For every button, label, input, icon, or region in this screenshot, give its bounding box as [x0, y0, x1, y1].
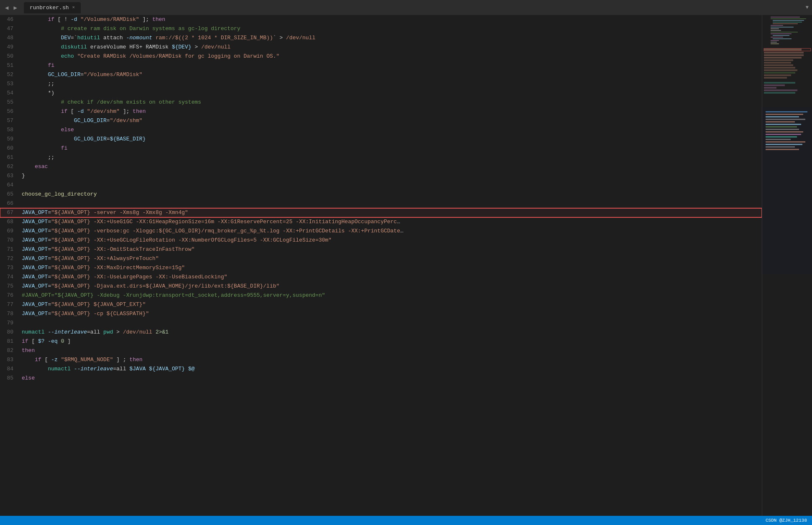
line-number: 73: [0, 263, 20, 273]
table-row: 76 #JAVA_OPT="${JAVA_OPT} -Xdebug -Xrunj…: [0, 291, 762, 300]
line-content: if [ ! -d "/Volumes/RAMDisk" ]; then: [20, 15, 762, 24]
table-row: 67 JAVA_OPT="${JAVA_OPT} -server -Xms8g …: [0, 208, 762, 217]
line-number: 51: [0, 61, 20, 70]
line-content: choose_gc_log_directory: [20, 190, 762, 199]
svg-rect-43: [766, 126, 797, 127]
line-number: 47: [0, 24, 20, 33]
line-number: 48: [0, 33, 20, 43]
svg-rect-30: [764, 77, 787, 79]
svg-rect-33: [764, 87, 776, 89]
line-number: 63: [0, 171, 20, 181]
line-number: 71: [0, 245, 20, 254]
title-bar: ◀ ▶ runbroker.sh × ▼: [0, 0, 812, 15]
line-number: 72: [0, 254, 20, 263]
line-number: 76: [0, 291, 20, 300]
line-number: 74: [0, 273, 20, 282]
line-content: then: [20, 346, 762, 355]
line-number: 64: [0, 181, 20, 190]
table-row: 82 then: [0, 346, 762, 355]
table-row: 55 # check if /dev/shm exists on other s…: [0, 98, 762, 107]
line-content: JAVA_OPT="${JAVA_OPT} -XX:+UseG1GC -XX:G…: [20, 217, 762, 227]
tab-close-button[interactable]: ×: [72, 5, 75, 10]
svg-rect-20: [764, 52, 804, 54]
table-row: 77 JAVA_OPT="${JAVA_OPT} ${JAVA_OPT_EXT}…: [0, 300, 762, 309]
svg-rect-13: [771, 37, 783, 38]
dropdown-arrow-icon[interactable]: ▼: [806, 5, 809, 10]
svg-rect-16: [771, 42, 777, 43]
table-row: 66: [0, 199, 762, 208]
table-row: 71 JAVA_OPT="${JAVA_OPT} -XX:-OmitStackT…: [0, 245, 762, 254]
table-row: 80 numactl --interleave=all pwd > /dev/n…: [0, 328, 762, 337]
line-content: ;;: [20, 153, 762, 162]
svg-rect-24: [764, 62, 791, 64]
line-content: [20, 181, 762, 190]
line-number: 83: [0, 355, 20, 364]
svg-rect-6: [771, 25, 783, 26]
line-number: 66: [0, 199, 20, 208]
line-content: #JAVA_OPT="${JAVA_OPT} -Xdebug -Xrunjdwp…: [20, 291, 762, 300]
minimap-visual: [762, 15, 812, 516]
table-row: 46 if [ ! -d "/Volumes/RAMDisk" ]; then: [0, 15, 762, 24]
line-content: fi: [20, 144, 762, 153]
table-row: 60 fi: [0, 144, 762, 153]
svg-rect-34: [764, 89, 797, 91]
table-row: 50 echo "Create RAMDisk /Volumes/RAMDisk…: [0, 52, 762, 61]
line-content: JAVA_OPT="${JAVA_OPT} -verbose:gc -Xlogg…: [20, 227, 762, 236]
line-content: JAVA_OPT="${JAVA_OPT} -XX:+UseGCLogFileR…: [20, 236, 762, 245]
code-area[interactable]: 46 if [ ! -d "/Volumes/RAMDisk" ]; then …: [0, 15, 762, 516]
table-row: 83 if [ -z "$RMQ_NUMA_NODE" ] ; then: [0, 355, 762, 364]
line-content: JAVA_OPT="${JAVA_OPT} -XX:+AlwaysPreTouc…: [20, 254, 762, 263]
line-number: 53: [0, 79, 20, 89]
editor-container: 46 if [ ! -d "/Volumes/RAMDisk" ]; then …: [0, 15, 812, 516]
table-row: 61 ;;: [0, 153, 762, 162]
svg-rect-48: [766, 139, 791, 140]
line-content: esac: [20, 162, 762, 171]
svg-rect-26: [764, 67, 795, 69]
line-content: [20, 199, 762, 208]
svg-rect-3: [773, 20, 804, 21]
line-content: JAVA_OPT="${JAVA_OPT} -Djava.ext.dirs=${…: [20, 282, 762, 291]
svg-rect-52: [766, 149, 799, 150]
line-content: numactl --interleave=all pwd > /dev/null…: [20, 328, 762, 337]
line-number: 62: [0, 162, 20, 171]
nav-right-icon[interactable]: ▶: [12, 3, 18, 12]
line-number: 69: [0, 227, 20, 236]
table-row: 78 JAVA_OPT="${JAVA_OPT} -cp ${CLASSPATH…: [0, 309, 762, 319]
table-row: 84 numactl --interleave=all $JAVA ${JAVA…: [0, 364, 762, 374]
line-number: 80: [0, 328, 20, 337]
line-content: numactl --interleave=all $JAVA ${JAVA_OP…: [20, 364, 762, 374]
svg-rect-51: [766, 146, 795, 148]
line-content: echo "Create RAMDisk /Volumes/RAMDisk fo…: [20, 52, 762, 61]
file-tab[interactable]: runbroker.sh ×: [24, 2, 81, 13]
svg-rect-37: [766, 111, 807, 112]
nav-left-icon[interactable]: ◀: [3, 3, 10, 12]
svg-rect-40: [766, 119, 805, 120]
code-table: 46 if [ ! -d "/Volumes/RAMDisk" ]; then …: [0, 15, 762, 383]
svg-rect-29: [764, 74, 791, 76]
line-number: 49: [0, 43, 20, 52]
table-row: 81 if [ $? -eq 0 ]: [0, 337, 762, 346]
line-number: 78: [0, 309, 20, 319]
svg-rect-10: [771, 32, 798, 33]
line-number: 50: [0, 52, 20, 61]
table-row: 56 if [ -d "/dev/shm" ]; then: [0, 107, 762, 116]
line-content: fi: [20, 61, 762, 70]
line-content: GC_LOG_DIR=${BASE_DIR}: [20, 135, 762, 144]
svg-rect-41: [766, 121, 795, 122]
table-row: 58 else: [0, 125, 762, 135]
svg-rect-50: [766, 144, 802, 145]
line-number: 61: [0, 153, 20, 162]
line-content: [20, 319, 762, 328]
line-number: 58: [0, 125, 20, 135]
line-content: GC_LOG_DIR="/Volumes/RAMDisk": [20, 70, 762, 79]
line-content: JAVA_OPT="${JAVA_OPT} -XX:MaxDirectMemor…: [20, 263, 762, 273]
svg-rect-23: [764, 59, 793, 61]
svg-rect-46: [766, 134, 801, 135]
line-number: 68: [0, 217, 20, 227]
svg-rect-19: [764, 48, 802, 51]
svg-rect-17: [771, 43, 779, 44]
nav-arrows: ◀ ▶: [3, 3, 19, 12]
svg-rect-47: [766, 136, 797, 138]
line-number: 77: [0, 300, 20, 309]
table-row: 48 DEV=`hdiutil attach -nomount ram://$(…: [0, 33, 762, 43]
